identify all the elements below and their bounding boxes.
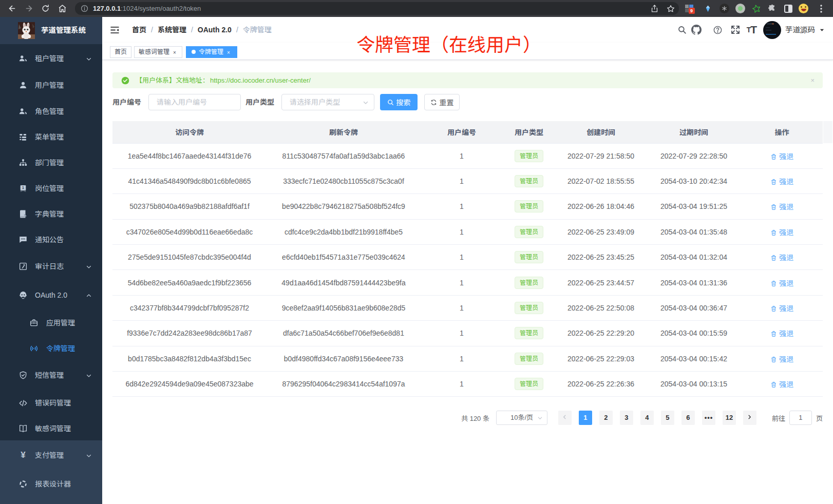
svg-text:1: 1 (22, 186, 24, 189)
